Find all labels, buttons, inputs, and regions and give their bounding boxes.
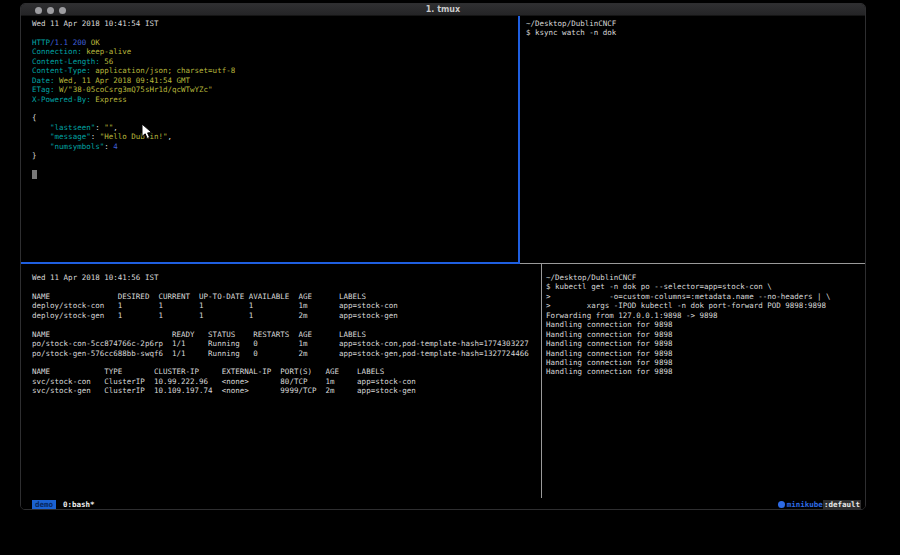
terminal-line: $ ksync watch -n dok — [526, 28, 866, 37]
status-right: minikube:default — [778, 498, 861, 510]
session-name-badge[interactable]: demo — [32, 500, 56, 510]
terminal-line: Handling connection for 9898 — [546, 367, 866, 376]
pane-divider-horizontal-active[interactable] — [21, 262, 520, 264]
terminal-window: 1. tmux Wed 11 Apr 2018 10:41:54 IST HTT… — [20, 3, 866, 510]
terminal-line: Handling connection for 9898 — [546, 330, 866, 339]
terminal-line — [32, 320, 541, 329]
pane-ksync[interactable]: ~/Desktop/DublinCNCF$ ksync watch -n dok — [521, 16, 866, 262]
pane-divider-horizontal[interactable] — [520, 263, 866, 264]
terminal-line: "message": "Hello Dublin!", — [32, 132, 518, 141]
terminal-line: Wed 11 Apr 2018 10:41:56 IST — [32, 273, 541, 282]
terminal-line: deploy/stock-con 1 1 1 1 1m app=stock-co… — [32, 301, 541, 310]
terminal-line: po/stock-con-5cc874766c-2p6rp 1/1 Runnin… — [32, 339, 541, 348]
terminal-line — [32, 170, 518, 179]
terminal-line — [32, 358, 541, 367]
window-title: 1. tmux — [21, 5, 865, 14]
terminal-line: HTTP/1.1 200 OK — [32, 38, 518, 47]
terminal-line: NAME TYPE CLUSTER-IP EXTERNAL-IP PORT(S)… — [32, 367, 541, 376]
kubernetes-icon — [778, 501, 785, 508]
terminal-line: deploy/stock-gen 1 1 1 1 2m app=stock-ge… — [32, 311, 541, 320]
terminal-line: { — [32, 113, 518, 122]
window-tab-label[interactable]: 0:bash* — [63, 498, 95, 510]
terminal-line: Handling connection for 9898 — [546, 339, 866, 348]
terminal-line: Forwarding from 127.0.0.1:9898 -> 9898 — [546, 311, 866, 320]
kube-namespace-label: :default — [823, 500, 861, 509]
terminal-line: > -o=custom-columns=:metadata.name --no-… — [546, 292, 866, 301]
tmux-status-bar: demo 0:bash* minikube:default — [21, 498, 865, 510]
mouse-pointer-icon — [141, 123, 153, 141]
pane-divider-vertical-bottom[interactable] — [541, 264, 542, 498]
terminal-line: Connection: keep-alive — [32, 47, 518, 56]
terminal-line: Content-Type: application/json; charset=… — [32, 66, 518, 75]
terminal-line: Handling connection for 9898 — [546, 349, 866, 358]
terminal-line: svc/stock-con ClusterIP 10.99.222.96 <no… — [32, 377, 541, 386]
terminal-line: "lastseen": "", — [32, 123, 518, 132]
terminal-line — [32, 28, 518, 37]
terminal-line: po/stock-gen-576cc688bb-swqf6 1/1 Runnin… — [32, 349, 541, 358]
pane-port-forward[interactable]: ~/Desktop/DublinCNCF$ kubectl get -n dok… — [542, 264, 866, 498]
terminal-line: ~/Desktop/DublinCNCF — [526, 19, 866, 28]
terminal-line: NAME READY STATUS RESTARTS AGE LABELS — [32, 330, 541, 339]
terminal-line: svc/stock-gen ClusterIP 10.109.197.74 <n… — [32, 386, 541, 395]
terminal-line: "numsymbols": 4 — [32, 142, 518, 151]
kube-context-label: minikube — [787, 500, 823, 509]
pane-divider-vertical-top[interactable] — [518, 16, 520, 264]
terminal-line: Content-Length: 56 — [32, 57, 518, 66]
pane-kubectl-get[interactable]: Wed 11 Apr 2018 10:41:56 IST NAME DESIRE… — [21, 264, 541, 498]
terminal-line: ETag: W/"38-05coCsrg3mQ75sHr1d/qcWTwYZc" — [32, 85, 518, 94]
terminal-line: Handling connection for 9898 — [546, 358, 866, 367]
window-titlebar[interactable]: 1. tmux — [21, 4, 865, 16]
terminal-line — [32, 104, 518, 113]
terminal-line: Date: Wed, 11 Apr 2018 09:41:54 GMT — [32, 76, 518, 85]
terminal-line: Wed 11 Apr 2018 10:41:54 IST — [32, 19, 518, 28]
terminal-line: Handling connection for 9898 — [546, 320, 866, 329]
terminal-line: NAME DESIRED CURRENT UP-TO-DATE AVAILABL… — [32, 292, 541, 301]
terminal-line: $ kubectl get -n dok po --selector=app=s… — [546, 282, 866, 291]
terminal-line: X-Powered-By: Express — [32, 95, 518, 104]
terminal-line: > xargs -IPOD kubectl -n dok port-forwar… — [546, 301, 866, 310]
terminal-line: } — [32, 151, 518, 160]
terminal-line — [32, 282, 541, 291]
terminal-line — [32, 161, 518, 170]
terminal-line: ~/Desktop/DublinCNCF — [546, 273, 866, 282]
pane-http-response[interactable]: Wed 11 Apr 2018 10:41:54 IST HTTP/1.1 20… — [21, 16, 518, 262]
